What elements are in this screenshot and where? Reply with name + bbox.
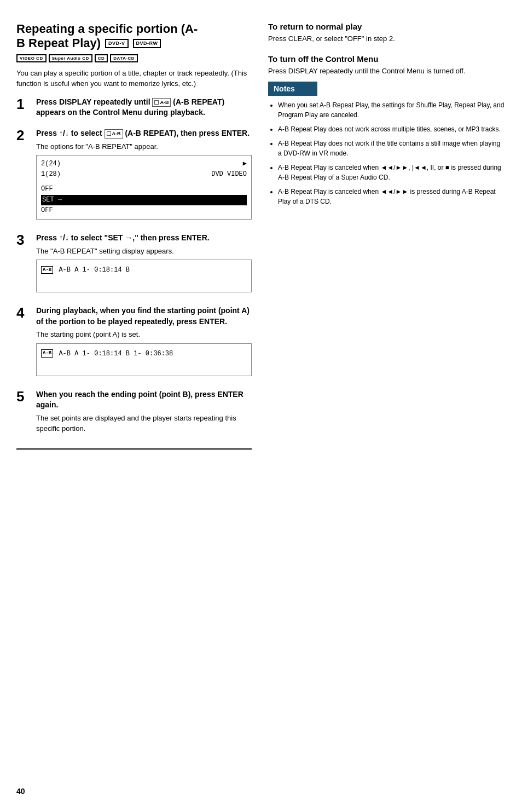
ab-badge-2: A-B: [41, 349, 53, 358]
ab-repeat-icon-2: A-B: [105, 129, 123, 139]
step-1-num: 1: [16, 97, 32, 120]
step-1: 1 Press DISPLAY repeatedly until A-B (A-…: [16, 97, 252, 120]
title-line2: B Repeat Play): [16, 36, 101, 50]
step-4-content: During playback, when you find the start…: [36, 306, 252, 382]
step-3-desc: The "A-B REPEAT" setting display appears…: [36, 246, 252, 257]
menu-row-2: 1(28) DVD VIDEO: [41, 169, 247, 180]
menu-spacer: [41, 180, 247, 184]
control-menu-title: To turn off the Control Menu: [268, 54, 506, 64]
note-1: When you set A-B Repeat Play, the settin…: [278, 100, 506, 120]
step-2: 2 Press ↑/↓ to select A-B (A-B REPEAT), …: [16, 128, 252, 225]
step-2-content: Press ↑/↓ to select A-B (A-B REPEAT), th…: [36, 128, 252, 225]
step-4-num: 4: [16, 306, 32, 382]
step-2-num: 2: [16, 128, 32, 225]
ab-label: A-B: [160, 99, 169, 106]
badge-video-cd: VIDEO CD: [16, 54, 47, 62]
step-3-title: Press ↑/↓ to select "SET →," then press …: [36, 233, 252, 244]
step-5-desc: The set points are displayed and the pla…: [36, 413, 252, 434]
ab-badge-1: A-B: [41, 266, 53, 274]
bottom-divider: [16, 448, 252, 450]
step-3-display-box: A-B A-B A 1- 0:18:14 B: [36, 260, 252, 292]
note-2: A-B Repeat Play does not work across mul…: [278, 124, 506, 134]
left-column: Repeating a specific portion (A- B Repea…: [16, 22, 252, 790]
normal-play-title: To return to normal play: [268, 22, 506, 31]
intro-text: You can play a specific portion of a tit…: [16, 68, 252, 89]
badge-data-cd: DATA-CD: [110, 54, 138, 62]
step-1-title-part1: Press DISPLAY repeatedly until: [36, 97, 150, 106]
display2-text: A-B A 1- 0:18:14 B 1- 0:36:38: [59, 350, 173, 358]
small-square-icon-2: [107, 131, 111, 136]
badge-super-audio: Super Audio CD: [49, 54, 92, 62]
note-5: A-B Repeat Play is canceled when ◄◄/►► i…: [278, 187, 506, 206]
normal-play-desc: Press CLEAR, or select "OFF" in step 2.: [268, 33, 506, 44]
notes-list: When you set A-B Repeat Play, the settin…: [268, 100, 506, 206]
note-3: A-B Repeat Play does not work if the tit…: [278, 139, 506, 158]
badge-dvd-rw: DVD-RW: [133, 39, 161, 48]
step-4: 4 During playback, when you find the sta…: [16, 306, 252, 382]
step-5: 5 When you reach the ending point (point…: [16, 389, 252, 437]
step-3-content: Press ↑/↓ to select "SET →," then press …: [36, 233, 252, 298]
title-line1: Repeating a specific portion (A-: [16, 22, 252, 36]
step-2-menu-box: 2(24) ▶ 1(28) DVD VIDEO OFF SET →: [36, 155, 252, 220]
display1-text: A-B A 1- 0:18:14 B: [59, 266, 130, 274]
menu-row-1: 2(24) ▶: [41, 159, 247, 169]
step-5-num: 5: [16, 389, 32, 437]
step-4-desc: The starting point (point A) is set.: [36, 329, 252, 340]
step-2-desc: The options for "A-B REPEAT" appear.: [36, 141, 252, 152]
note-4: A-B Repeat Play is canceled when ◄◄/►►, …: [278, 163, 506, 182]
right-column: To return to normal play Press CLEAR, or…: [268, 22, 506, 790]
step-5-content: When you reach the ending point (point B…: [36, 389, 252, 437]
step-2-title: Press ↑/↓ to select A-B (A-B REPEAT), th…: [36, 128, 252, 139]
menu-row-4: OFF: [41, 184, 247, 194]
menu-row-6: OFF: [41, 205, 247, 216]
small-square-icon: [154, 100, 159, 105]
step-3: 3 Press ↑/↓ to select "SET →," then pres…: [16, 233, 252, 298]
page-container: Repeating a specific portion (A- B Repea…: [0, 0, 522, 812]
ab-repeat-icon-1: A-B: [152, 98, 171, 107]
step-1-title: Press DISPLAY repeatedly until A-B (A-B …: [36, 97, 252, 118]
step-4-title: During playback, when you find the start…: [36, 306, 252, 327]
main-title: Repeating a specific portion (A- B Repea…: [16, 22, 252, 51]
menu-row-5-selected: SET →: [41, 195, 247, 205]
notes-label: Notes: [268, 82, 317, 96]
page-number: 40: [16, 787, 25, 796]
step-3-num: 3: [16, 233, 32, 298]
step-4-display-box: A-B A-B A 1- 0:18:14 B 1- 0:36:38: [36, 343, 252, 376]
control-menu-desc: Press DISPLAY repeatedly until the Contr…: [268, 66, 506, 77]
badge-row2: VIDEO CD Super Audio CD CD DATA-CD: [16, 54, 252, 62]
step-1-content: Press DISPLAY repeatedly until A-B (A-B …: [36, 97, 252, 120]
badge-cd: CD: [95, 54, 108, 62]
badge-dvd-v: DVD-V: [105, 39, 129, 48]
step-5-title: When you reach the ending point (point B…: [36, 389, 252, 411]
